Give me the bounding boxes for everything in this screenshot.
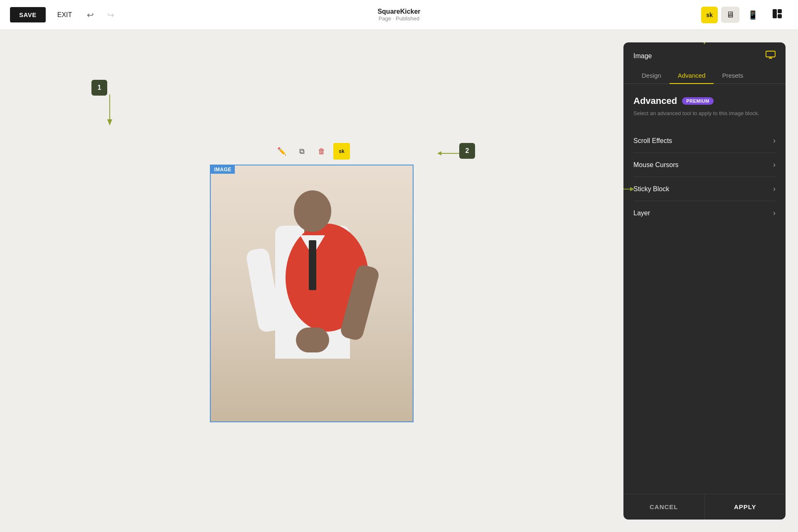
redo-icon: ↪	[107, 10, 114, 20]
mobile-icon: 📱	[748, 10, 758, 20]
sticky-block-item[interactable]: Sticky Block › 4	[633, 177, 776, 201]
tab-design[interactable]: Design	[633, 68, 670, 84]
desktop-view-button[interactable]: 🖥	[721, 7, 739, 23]
advanced-section-header: Advanced PREMIUM	[633, 96, 776, 106]
page-subtitle: Page · Published	[377, 15, 420, 22]
exit-button[interactable]: EXIT	[52, 8, 77, 22]
block-toolbar: ✏️ ⧉ 🗑 sk	[273, 143, 350, 160]
cancel-button[interactable]: CANCEL	[623, 494, 705, 520]
svg-marker-4	[107, 119, 112, 126]
apply-button[interactable]: APPLY	[705, 494, 786, 520]
sk-button[interactable]: sk	[333, 143, 350, 160]
chevron-right-icon: ›	[773, 136, 776, 145]
image-block[interactable]: IMAGE	[210, 165, 414, 422]
premium-badge: PREMIUM	[682, 97, 713, 105]
mobile-view-button[interactable]: 📱	[743, 7, 763, 23]
paint-button[interactable]	[766, 5, 788, 25]
delete-button[interactable]: 🗑	[313, 143, 330, 160]
header-left: SAVE EXIT ↩ ↪	[10, 7, 118, 23]
sk-logo: sk	[701, 7, 718, 23]
layer-item[interactable]: Layer ›	[633, 201, 776, 225]
svg-marker-8	[702, 42, 707, 44]
paint-icon	[771, 8, 783, 22]
save-button[interactable]: SAVE	[10, 7, 46, 22]
canvas-area: 1 ✏️ ⧉ 🗑 sk	[0, 30, 623, 532]
layer-label: Layer	[633, 209, 650, 217]
scroll-effects-label: Scroll Effects	[633, 137, 672, 145]
panel-device-icon	[766, 51, 776, 61]
chevron-right-icon-3: ›	[773, 185, 776, 193]
page-title: SquareKicker	[377, 8, 420, 15]
chevron-right-icon-4: ›	[773, 209, 776, 217]
copy-icon: ⧉	[299, 147, 305, 156]
image-type-label: IMAGE	[211, 165, 235, 174]
undo-button[interactable]: ↩	[84, 7, 97, 23]
annotation-2: 2	[459, 143, 475, 159]
header-center: SquareKicker Page · Published	[377, 8, 420, 22]
panel-title: Image	[633, 52, 652, 60]
svg-rect-9	[766, 51, 775, 57]
svg-rect-1	[778, 9, 782, 13]
sticky-block-label: Sticky Block	[633, 185, 669, 193]
svg-rect-0	[773, 9, 777, 18]
advanced-title: Advanced	[633, 96, 677, 106]
trash-icon: 🗑	[318, 147, 325, 156]
mouse-cursors-item[interactable]: Mouse Cursors ›	[633, 153, 776, 177]
scroll-effects-item[interactable]: Scroll Effects ›	[633, 129, 776, 153]
sk-icon: sk	[339, 148, 344, 154]
mouse-cursors-label: Mouse Cursors	[633, 161, 678, 169]
tab-presets[interactable]: Presets	[714, 68, 751, 84]
image-photo	[211, 165, 413, 421]
tab-advanced[interactable]: Advanced	[670, 68, 714, 84]
main-area: 1 ✏️ ⧉ 🗑 sk	[0, 30, 798, 532]
svg-rect-2	[778, 14, 782, 18]
advanced-description: Select an advanced tool to apply to this…	[633, 110, 776, 117]
duplicate-button[interactable]: ⧉	[293, 143, 310, 160]
edit-button[interactable]: ✏️	[273, 143, 290, 160]
image-block-wrapper: ✏️ ⧉ 🗑 sk 2 IM	[210, 165, 414, 422]
desktop-icon: 🖥	[726, 10, 734, 20]
panel-footer: CANCEL APPLY	[623, 494, 786, 520]
header: SAVE EXIT ↩ ↪ SquareKicker Page · Publis…	[0, 0, 798, 30]
pencil-icon: ✏️	[277, 147, 286, 156]
chevron-right-icon-2: ›	[773, 160, 776, 169]
redo-button[interactable]: ↪	[104, 7, 118, 23]
svg-marker-13	[630, 187, 634, 191]
annotation-1: 1	[91, 80, 107, 96]
header-right: sk 🖥 📱	[701, 5, 788, 25]
undo-icon: ↩	[87, 10, 94, 20]
right-panel: 3 Image Design Advanced Presets	[623, 42, 786, 520]
panel-content: Advanced PREMIUM Select an advanced tool…	[623, 84, 786, 494]
svg-marker-6	[437, 151, 441, 155]
panel-tabs: Design Advanced Presets	[623, 61, 786, 84]
